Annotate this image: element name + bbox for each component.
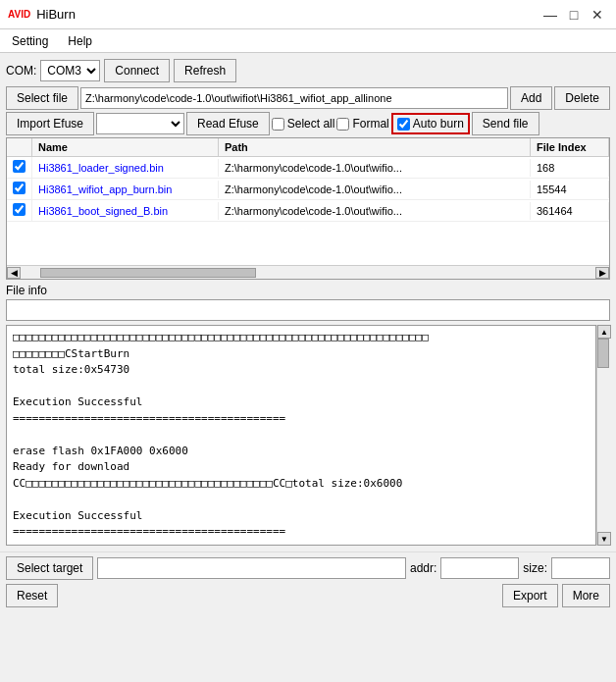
title-bar-left: AVID HiBurn <box>8 7 76 22</box>
scroll-right-btn[interactable]: ▶ <box>595 267 609 279</box>
file-row: Select file Add Delete <box>6 86 610 110</box>
size-label: size: <box>523 561 547 575</box>
log-wrapper: □□□□□□□□□□□□□□□□□□□□□□□□□□□□□□□□□□□□□□□□… <box>6 325 610 546</box>
formal-checkbox[interactable] <box>336 118 349 131</box>
table-row: Hi3861_boot_signed_B.bin Z:\harmony\code… <box>7 200 609 222</box>
th-name: Name <box>32 138 219 156</box>
formal-label[interactable]: Formal <box>336 117 388 131</box>
menu-setting[interactable]: Setting <box>8 32 52 50</box>
file-info-box <box>6 299 610 321</box>
scroll-thumb[interactable] <box>597 339 609 368</box>
com-select[interactable]: COM3 COM1 COM2 COM4 <box>40 60 100 81</box>
row2-check[interactable] <box>7 179 32 199</box>
efuse-select[interactable] <box>96 113 184 134</box>
scroll-left-btn[interactable]: ◀ <box>7 267 21 279</box>
table-header: Name Path File Index <box>7 138 609 157</box>
horizontal-scrollbar[interactable]: ◀ ▶ <box>7 265 609 279</box>
export-button[interactable]: Export <box>502 584 558 607</box>
read-efuse-button[interactable]: Read Efuse <box>186 112 270 135</box>
th-path: Path <box>219 138 531 156</box>
com-row: COM: COM3 COM1 COM2 COM4 Connect Refresh <box>6 59 610 82</box>
select-file-button[interactable]: Select file <box>6 86 78 110</box>
log-box[interactable]: □□□□□□□□□□□□□□□□□□□□□□□□□□□□□□□□□□□□□□□□… <box>6 325 596 546</box>
delete-button[interactable]: Delete <box>554 86 610 110</box>
refresh-button[interactable]: Refresh <box>174 59 236 82</box>
menu-bar: Setting Help <box>0 29 616 53</box>
row3-check[interactable] <box>7 200 32 221</box>
file-info-label: File info <box>6 284 610 297</box>
app-title: HiBurn <box>36 7 76 22</box>
maximize-button[interactable]: □ <box>563 4 585 26</box>
main-content: COM: COM3 COM1 COM2 COM4 Connect Refresh… <box>0 53 616 551</box>
select-all-label[interactable]: Select all <box>272 117 335 131</box>
bottom-bar-2: Reset Export More <box>0 584 616 611</box>
th-index: File Index <box>531 138 609 156</box>
row1-check[interactable] <box>7 157 32 178</box>
com-label: COM: <box>6 64 36 78</box>
addr-label: addr: <box>410 561 436 575</box>
row2-name: Hi3861_wifiot_app_burn.bin <box>32 181 219 198</box>
table-row: Hi3861_wifiot_app_burn.bin Z:\harmony\co… <box>7 179 609 200</box>
title-bar: AVID HiBurn — □ ✕ <box>0 0 616 29</box>
scroll-down-btn[interactable]: ▼ <box>597 532 611 546</box>
target-input[interactable] <box>97 557 406 579</box>
table-row: Hi3861_loader_signed.bin Z:\harmony\code… <box>7 157 609 179</box>
row3-index: 361464 <box>531 202 609 220</box>
addr-input[interactable] <box>440 557 519 579</box>
add-button[interactable]: Add <box>510 86 552 110</box>
file-table: Name Path File Index Hi3861_loader_signe… <box>6 137 610 280</box>
auto-burn-label[interactable]: Auto burn <box>391 113 470 134</box>
row3-path: Z:\harmony\code\code-1.0\out\wifio... <box>219 202 531 220</box>
import-efuse-button[interactable]: Import Efuse <box>6 112 94 135</box>
row3-name: Hi3861_boot_signed_B.bin <box>32 202 219 220</box>
th-check <box>7 138 32 156</box>
close-button[interactable]: ✕ <box>587 4 608 26</box>
size-input[interactable] <box>551 557 610 579</box>
select-target-button[interactable]: Select target <box>6 556 93 580</box>
more-button[interactable]: More <box>562 584 610 607</box>
bottom-bar-1: Select target addr: size: <box>0 551 616 584</box>
row1-path: Z:\harmony\code\code-1.0\out\wifio... <box>219 159 531 177</box>
log-text: □□□□□□□□□□□□□□□□□□□□□□□□□□□□□□□□□□□□□□□□… <box>13 330 590 541</box>
row2-path: Z:\harmony\code\code-1.0\out\wifio... <box>219 181 531 198</box>
row1-index: 168 <box>531 159 609 177</box>
send-file-button[interactable]: Send file <box>472 112 539 135</box>
row2-index: 15544 <box>531 181 609 198</box>
minimize-button[interactable]: — <box>539 4 561 26</box>
window-controls: — □ ✕ <box>539 4 608 26</box>
scroll-track[interactable] <box>597 339 610 532</box>
reset-button[interactable]: Reset <box>6 584 58 607</box>
app-logo: AVID <box>8 9 30 20</box>
connect-button[interactable]: Connect <box>104 59 170 82</box>
h-scroll-thumb[interactable] <box>40 268 256 278</box>
scroll-up-btn[interactable]: ▲ <box>597 325 611 339</box>
file-path-input[interactable] <box>80 87 508 109</box>
efuse-row: Import Efuse Read Efuse Select all Forma… <box>6 112 610 135</box>
auto-burn-checkbox[interactable] <box>397 118 410 131</box>
row1-name: Hi3861_loader_signed.bin <box>32 159 219 177</box>
menu-help[interactable]: Help <box>64 32 96 50</box>
select-all-checkbox[interactable] <box>272 118 284 131</box>
vertical-scrollbar[interactable]: ▲ ▼ <box>596 325 610 546</box>
